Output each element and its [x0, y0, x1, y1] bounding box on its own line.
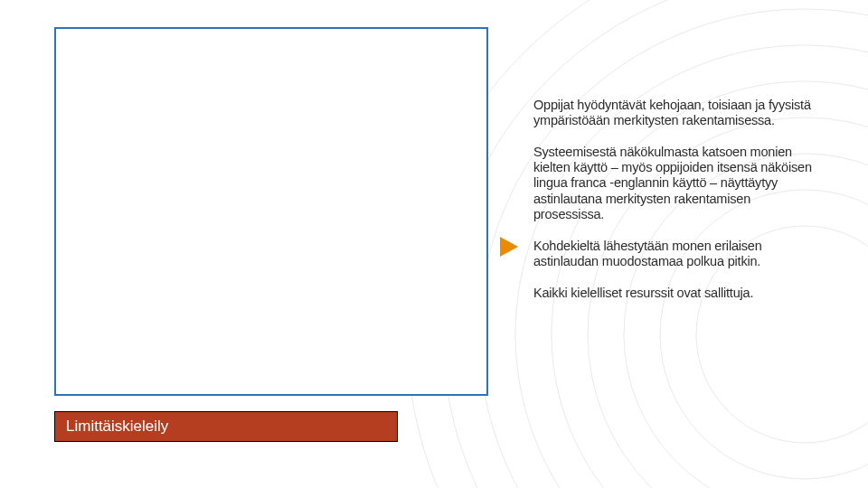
paragraph-4: Kaikki kielelliset resurssit ovat sallit…: [533, 286, 814, 301]
paragraph-2: Systeemisestä näkökulmasta katsoen monie…: [533, 145, 814, 222]
title-text: Limittäiskieleily: [66, 418, 168, 436]
pointer-triangle-icon: [500, 237, 518, 257]
image-placeholder-frame: [54, 27, 488, 396]
paragraph-1: Oppijat hyödyntävät kehojaan, toisiaan j…: [533, 98, 814, 128]
title-bar: Limittäiskieleily: [54, 411, 398, 442]
paragraph-3: Kohdekieltä lähestytään monen erilaisen …: [533, 239, 814, 269]
body-text-column: Oppijat hyödyntävät kehojaan, toisiaan j…: [533, 98, 814, 301]
